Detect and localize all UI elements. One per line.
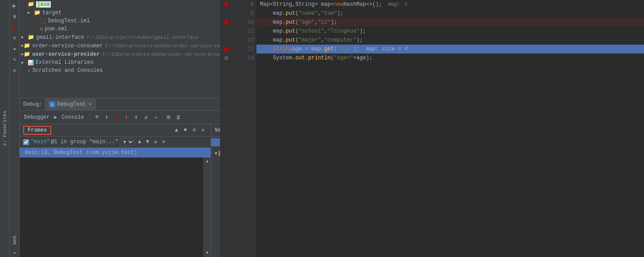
main-layout: 2: Favorites ▶ ⏸ ■ ⊙ ★ ✎ ◎ Web » 📁 java … <box>0 0 644 257</box>
thread-up-btn[interactable]: ▲ <box>135 138 143 146</box>
cl10-s1: "age" <box>298 19 314 25</box>
frames-toolbar: ▲ ▼ ⊘ + <box>172 126 207 134</box>
cl10-s2: "12" <box>318 19 331 25</box>
gutter-12 <box>220 36 232 45</box>
cl10-indent: map. <box>260 19 286 25</box>
exec-10: ✗ <box>232 18 240 27</box>
frames-label: Frames <box>23 126 51 135</box>
cl12-comma: , <box>321 37 324 43</box>
gutter-8 <box>220 0 232 9</box>
gutter-10 <box>220 18 232 27</box>
exec-13: ✗ <box>232 45 240 54</box>
code-line-14: System.out.println("age="+age); <box>257 54 644 62</box>
web-label[interactable]: Web <box>12 234 17 246</box>
cl13-end: ); <box>353 46 366 52</box>
frames-down-btn[interactable]: ▼ <box>181 126 189 134</box>
toolbar-btn-down-red[interactable]: ⬇ <box>112 113 121 122</box>
scroll-up[interactable]: ▲ <box>205 158 209 165</box>
resume-icon[interactable]: ▶ <box>11 2 19 10</box>
code-line-11: map.put("school","Tsinghua"); <box>257 27 644 36</box>
cl13-var: age = map. <box>292 46 324 52</box>
exec-11 <box>232 27 240 36</box>
stop-icon[interactable]: ■ <box>11 23 19 31</box>
cl13-s1: "age" <box>337 46 353 52</box>
frames-scroll-area: ▲ ▼ <box>20 158 211 257</box>
edit-icon[interactable]: ✎ <box>11 55 19 63</box>
debug-tab-name: DebugTest <box>57 101 86 108</box>
exec-9 <box>232 9 240 18</box>
exec-8 <box>232 0 240 9</box>
toolbar-btn-table[interactable]: ⊞ <box>164 113 173 122</box>
thread-selector: "main" @1 in group "main..." ▼ ▲ ▼ ⊘ + <box>20 137 211 148</box>
debug-tab-debugtest[interactable]: D DebugTest × <box>45 99 95 110</box>
cl14-indent: System. <box>260 55 295 61</box>
debug-tab-close[interactable]: × <box>89 102 92 107</box>
thread-down-btn[interactable]: ▼ <box>143 138 151 146</box>
ln-14: 14 <box>243 54 254 62</box>
tree-item-user-service[interactable]: ▶ 📁 user-service-provider F:\IDEA\projec… <box>20 50 220 58</box>
scroll-down[interactable]: ▼ <box>205 250 209 256</box>
toolbar-btn-up3[interactable]: ⬆ <box>132 113 141 122</box>
code-line-13: String age = map.get("age"); map: size =… <box>257 45 644 54</box>
right-column: ✗ ✗ 8 9 10 11 12 13 14 <box>220 0 644 257</box>
ln-12: 12 <box>243 36 254 45</box>
cl12-end: ); <box>356 37 363 43</box>
cl14-method: println <box>308 55 330 61</box>
exec-14 <box>232 54 240 62</box>
debug-tab-bar: Debug: D DebugTest × <box>20 98 220 111</box>
frame-item-main[interactable]: main:13, DebugTest (com.yujie.test) <box>20 148 211 158</box>
toolbar-btn-down2[interactable]: ⬇ <box>122 113 131 122</box>
frames-filter-btn[interactable]: ⊘ <box>190 126 198 134</box>
star-icon[interactable]: ★ <box>11 45 19 53</box>
frames-header: Frames ▲ ▼ ⊘ + <box>20 124 211 137</box>
code-line-9: map.put("name","tom"); <box>257 9 644 18</box>
gutter-13 <box>220 45 232 54</box>
cl10-comma: , <box>314 19 318 25</box>
camera-icon[interactable]: ⊙ <box>11 34 19 42</box>
favorites-bar: 2: Favorites <box>0 0 10 257</box>
thread-filter-btn2[interactable]: ⊘ <box>151 138 159 146</box>
gutter-13-icons <box>224 47 228 51</box>
toolbar-btn-step2[interactable]: ⇢ <box>151 113 160 122</box>
tree-item-order[interactable]: ▶ 📁 order-service-consumer F:\IDEA\proje… <box>20 41 220 50</box>
pause-icon[interactable]: ⏸ <box>11 12 19 21</box>
breakpoint-8[interactable] <box>224 2 228 7</box>
thread-group: @1 in group "main..." <box>51 139 118 145</box>
toolbar-btn-step[interactable]: ↺ <box>142 113 151 122</box>
tree-item-scratches[interactable]: ✦ Scratches and Consoles <box>20 66 220 75</box>
cl11-indent: map. <box>260 28 286 34</box>
frames-up-btn[interactable]: ▲ <box>172 126 180 134</box>
tree-item-debugtest-iml[interactable]: ⬛ DebugTest.iml <box>20 17 220 25</box>
camera2-icon[interactable]: ◎ <box>11 66 19 74</box>
cl12-s1: "major" <box>298 37 321 43</box>
frames-add-btn[interactable]: + <box>199 126 207 134</box>
tree-item-java[interactable]: 📁 java <box>20 0 220 8</box>
debug-tab-icon: D <box>49 101 55 108</box>
thread-select[interactable]: ▼ <box>120 138 135 146</box>
breakpoint-10[interactable] <box>224 20 228 25</box>
debugger-tab[interactable]: Debugger <box>21 114 53 120</box>
breakpoint-13[interactable] <box>224 47 228 51</box>
thread-add-btn2[interactable]: + <box>159 138 167 146</box>
cl11-s2: "Tsinghua" <box>327 28 359 34</box>
map-expand-arrow[interactable]: ▼ <box>215 151 219 156</box>
cl14-p1: ( <box>330 55 334 61</box>
cl13-method: get <box>324 46 334 52</box>
cl10-method: put <box>286 19 296 25</box>
tree-item-pom-xml[interactable]: m pom.xml <box>20 25 220 33</box>
line-numbers: 8 9 10 11 12 13 14 <box>240 0 257 257</box>
tree-item-gmail[interactable]: ▶ 📁 gmail-interface F:\IDEA\projects\dub… <box>20 33 220 41</box>
toolbar-btn-align[interactable]: ≣ <box>174 113 183 122</box>
file-tree: 📁 java ▶ 📁 target ⬛ DebugTest.iml m pom.… <box>20 0 220 98</box>
toolbar-btn-up2[interactable]: ⬆ <box>102 113 111 122</box>
cl12-indent: map. <box>260 37 286 43</box>
debug-split: Frames ▲ ▼ ⊘ + "main" @1 in group "main.… <box>20 124 220 257</box>
console-tab[interactable]: Console <box>59 114 86 120</box>
tree-item-ext-libs[interactable]: ▶ 📊 External Libraries <box>20 58 220 66</box>
gutter-9 <box>220 9 232 18</box>
more-icon[interactable]: » <box>11 249 19 257</box>
toolbar-btn-list[interactable]: ≡ <box>93 113 102 122</box>
tree-item-target[interactable]: ▶ 📁 target <box>20 8 220 17</box>
thread-checkbox[interactable] <box>23 139 29 145</box>
gutter-14 <box>220 54 232 62</box>
